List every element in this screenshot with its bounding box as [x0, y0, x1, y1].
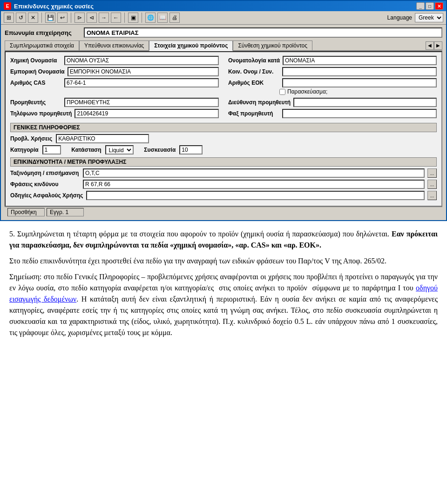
toolbar-nav3-btn[interactable]: → — [99, 13, 109, 23]
risk-phrases-browse-btn[interactable]: ... — [427, 180, 437, 189]
paraskevasma-checkbox[interactable] — [279, 89, 285, 95]
safety-instructions-input[interactable] — [86, 191, 425, 200]
tab-contacts[interactable]: Υπεύθυνοι επικοινωνίας — [79, 40, 149, 50]
toolbar-sep4 — [142, 13, 142, 23]
form-area: Επωνυμία επιχείρησης Συμπληρωματικά στοι… — [1, 25, 446, 220]
status-bar: Προσθήκη Εγγρ. 1 — [5, 207, 442, 217]
packaging-input[interactable] — [179, 145, 203, 155]
common-name-label: Κοιν. Ονομ / Συν. — [228, 68, 279, 75]
form-content: Χημική Ονομασία Εμπορική Ονομασία Αριθμό… — [5, 51, 442, 207]
toolbar-book-btn[interactable]: 📖 — [157, 13, 168, 23]
toolbar-nav4-btn[interactable]: ← — [111, 13, 121, 23]
title-bar: E Επικίνδυνες χημικές ουσίες _ □ ✕ — [1, 1, 446, 11]
window-icon: E — [4, 2, 11, 10]
guide-link[interactable]: οδηγού εισαγωγής δεδομένων — [9, 284, 438, 303]
fax-input[interactable] — [282, 109, 437, 118]
close-button[interactable]: ✕ — [435, 2, 443, 10]
classification-input[interactable] — [83, 168, 425, 178]
minimize-button[interactable]: _ — [416, 2, 425, 10]
eok-input[interactable] — [282, 78, 437, 87]
category-label: Κατηγορία — [10, 147, 39, 153]
classification-label: Ταξινόμηση / επισήμανση — [10, 170, 80, 176]
general-info-section: ΓΕΝΙΚΕΣ ΠΛΗΡΟΦΟΡΙΕΣ — [10, 123, 437, 132]
toolbar-print-btn[interactable]: 🖨 — [169, 13, 180, 23]
chem-name-input[interactable] — [64, 56, 219, 65]
toolbar-sep2 — [71, 13, 71, 23]
add-status[interactable]: Προσθήκη — [7, 208, 45, 216]
maximize-button[interactable]: □ — [426, 2, 434, 10]
toolbar: ⊞ ↺ ✕ 💾 ↩ ⊳ ⊲ → ← ▣ 🌐 📖 🖨 Language Greek — [1, 11, 446, 25]
supplier-left: Προμηθευτής Τηλέφωνο προμηθευτή — [10, 98, 219, 120]
toolbar-delete-btn[interactable]: ✕ — [28, 13, 38, 23]
language-label: Language — [387, 14, 412, 21]
tab-supplementary[interactable]: Συμπληρωματικά στοιχεία — [5, 40, 79, 50]
toolbar-undo-btn[interactable]: ↺ — [16, 13, 26, 23]
toolbar-sep3 — [124, 13, 125, 23]
address-input[interactable] — [293, 98, 437, 107]
window-frame: E Επικίνδυνες χημικές ουσίες _ □ ✕ ⊞ ↺ ✕… — [0, 0, 447, 221]
risk-phrases-input[interactable] — [83, 180, 425, 189]
company-label: Επωνυμία επιχείρησης — [5, 29, 79, 36]
toolbar-nav2-btn[interactable]: ⊲ — [87, 13, 97, 23]
toolbar-save-btn[interactable]: 💾 — [45, 13, 55, 23]
common-name-input[interactable] — [282, 67, 437, 76]
paragraph-3: Σημείωση: στο πεδίο Γενικές Πληροφορίες … — [9, 271, 438, 338]
tab-composition[interactable]: Σύνθεση χημικού προϊόντος — [233, 40, 312, 50]
status-select[interactable]: Liquid Solid Gas — [105, 145, 134, 155]
danger-section: ΕΠΙΚΙΝΔΥΝΟΤΗΤΑ / ΜΕΤΡΑ ΠΡΟΦΥΛΑΞΗΣ — [10, 157, 437, 167]
text-content: 5. Συμπληρώνεται η τέταρτη φόρμα με τα σ… — [0, 221, 447, 350]
nomenclature-input[interactable] — [283, 56, 437, 65]
uses-label: Προβλ. Χρήσεις — [10, 135, 52, 142]
record-status: Εγγρ. 1 — [47, 208, 84, 216]
tabs-row: Συμπληρωματικά στοιχεία Υπεύθυνοι επικοι… — [5, 40, 442, 51]
packaging-label: Συσκευασία — [144, 147, 176, 153]
paragraph-2: Στο πεδίο επικινδυνότητα έχει προστεθεί … — [9, 255, 438, 267]
status-label: Κατάσταση — [71, 147, 101, 153]
toolbar-refresh-btn[interactable]: ↩ — [57, 13, 68, 23]
phone-label: Τηλέφωνο προμηθευτή — [10, 110, 72, 117]
chem-name-label: Χημική Ονομασία — [10, 57, 61, 64]
supplier-label: Προμηθευτής — [10, 99, 61, 106]
nomenclature-label: Ονοματολογία κατά — [228, 57, 280, 64]
company-input[interactable] — [84, 27, 442, 38]
fax-label: Φαξ προμηθευτή — [228, 110, 279, 117]
toolbar-view-btn[interactable]: ▣ — [128, 13, 138, 23]
uses-input[interactable] — [56, 134, 149, 143]
phone-input[interactable] — [74, 109, 219, 118]
classification-browse-btn[interactable]: ... — [427, 168, 437, 178]
toolbar-nav1-btn[interactable]: ⊳ — [74, 13, 85, 23]
cas-input[interactable] — [64, 78, 219, 87]
language-select[interactable]: Greek — [415, 13, 443, 22]
address-label: Διεύθυνση προμηθευτή — [228, 99, 291, 106]
category-input[interactable] — [42, 145, 61, 155]
supplier-input[interactable] — [64, 98, 219, 107]
toolbar-new-btn[interactable]: ⊞ — [4, 13, 14, 23]
risk-phrases-label: Φράσεις κινδύνου — [10, 181, 80, 188]
trade-name-label: Εμπορική Ονομασία — [10, 68, 65, 75]
cas-label: Αριθμός CAS — [10, 80, 61, 86]
paragraph-1: 5. Συμπληρώνεται η τέταρτη φόρμα με τα σ… — [9, 228, 438, 251]
safety-instructions-label: Οδηγίες Ασφαλούς Χρήσης — [10, 192, 83, 199]
supplier-right: Διεύθυνση προμηθευτή Φαξ προμηθευτή — [228, 98, 437, 120]
toolbar-sep1 — [41, 13, 42, 23]
tab-chemical-product[interactable]: Στοιχεία χημικού προϊόντος — [149, 40, 233, 51]
eok-label: Αριθμός ΕΟΚ — [228, 80, 279, 86]
trade-name-input[interactable] — [68, 67, 219, 76]
paraskevasma-label: Παρασκεύασμα; — [287, 88, 327, 95]
right-fields: Ονοματολογία κατά Κοιν. Ονομ / Συν. Αριθ… — [228, 56, 437, 96]
left-fields: Χημική Ονομασία Εμπορική Ονομασία Αριθμό… — [10, 56, 219, 96]
toolbar-globe-btn[interactable]: 🌐 — [145, 13, 156, 23]
window-title: Επικίνδυνες χημικές ουσίες — [14, 3, 94, 10]
tab-arrow-right[interactable]: ▶ — [434, 41, 442, 50]
tab-arrow-left[interactable]: ◀ — [426, 41, 434, 50]
safety-instructions-browse-btn[interactable]: ... — [427, 191, 437, 200]
